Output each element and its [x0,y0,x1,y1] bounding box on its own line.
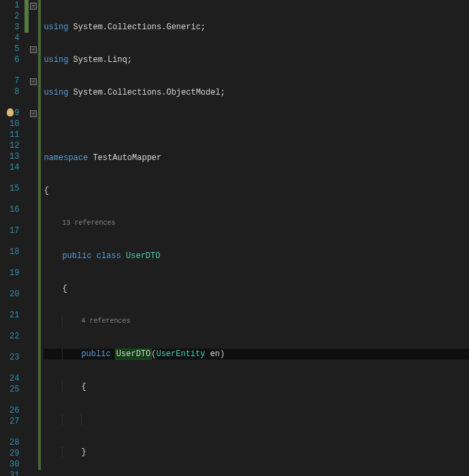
line-number: 27 [0,416,25,427]
line-number: 14 [0,162,25,173]
lightbulb-icon[interactable] [7,108,14,116]
fold-minus-icon[interactable]: − [30,46,37,53]
line-number: 8 [0,86,25,97]
code-line[interactable]: using System.Collections.Generic; [44,22,469,33]
line-number: 21 [0,310,25,321]
codelens-references[interactable]: 4 references [44,316,469,327]
fold-minus-icon[interactable]: − [30,78,37,85]
line-number: 10 [0,118,25,129]
line-number: 29 [0,448,25,459]
codelens-references[interactable]: 13 references [44,218,469,229]
fold-minus-icon[interactable]: − [30,3,37,10]
code-line[interactable]: public class UserDTO [44,251,469,261]
code-line[interactable]: { [44,381,469,392]
line-number: 25 [0,384,25,395]
code-line[interactable]: { [44,283,469,294]
line-number: 22 [0,331,25,342]
line-number: 15 [0,183,25,194]
line-number: 24 [0,373,25,384]
line-number: 7 [0,76,25,86]
code-editor[interactable]: 1 2 3 4 5 6 7 8 9 10 11 12 13 14 15 16 1… [0,0,469,476]
code-line[interactable]: using System.Collections.ObjectModel; [44,87,469,98]
code-area[interactable]: using System.Collections.Generic; using … [41,0,469,476]
line-number: 26 [0,405,25,416]
code-line-current[interactable]: public UserDTO(UserEntity en) [44,349,469,360]
line-number: 16 [0,204,25,215]
line-number: 28 [0,437,25,448]
line-number: 3 [0,22,25,33]
code-line[interactable]: using System.Linq; [44,54,469,65]
code-line[interactable] [44,414,469,425]
line-number: 4 [0,33,25,44]
line-number-gutter: 1 2 3 4 5 6 7 8 9 10 11 12 13 14 15 16 1… [0,0,25,476]
line-number: 5 [0,44,25,54]
line-number: 17 [0,225,25,236]
line-number: 6 [0,54,25,65]
fold-minus-icon[interactable]: − [30,110,37,117]
code-line[interactable]: namespace TestAutoMapper [44,153,469,163]
line-number: 2 [0,11,25,22]
line-number: 12 [0,140,25,151]
line-number: 1 [0,0,25,11]
caret-symbol: UserDTO [115,349,152,360]
code-line[interactable]: } [44,447,469,458]
line-number: 30 [0,459,25,470]
code-line[interactable]: { [44,185,469,196]
line-number: 20 [0,289,25,300]
outline-margin[interactable]: − − − − [29,0,38,476]
line-number: 18 [0,247,25,257]
line-number: 13 [0,151,25,162]
line-number: 23 [0,352,25,363]
code-line[interactable] [44,120,469,131]
line-number: 11 [0,129,25,140]
line-number: 19 [0,268,25,279]
line-number: 31 [0,470,25,476]
